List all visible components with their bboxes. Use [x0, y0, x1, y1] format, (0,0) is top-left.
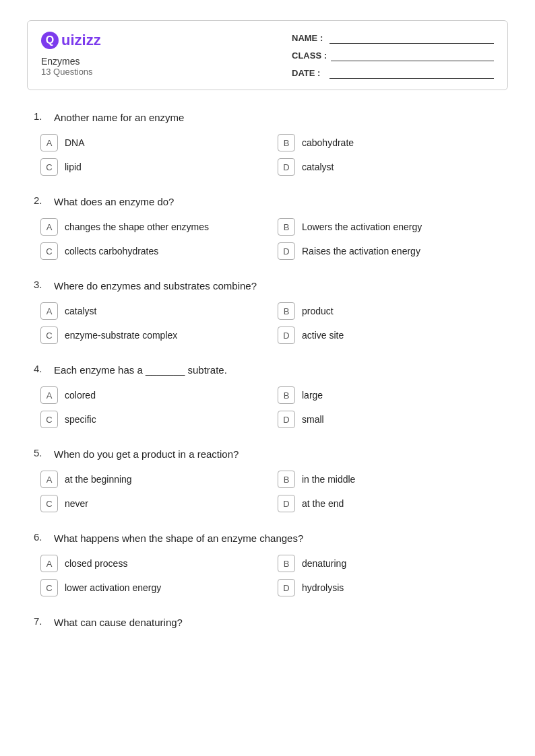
option-badge-2-b: B: [278, 218, 295, 236]
questions-container: 1.Another name for an enzymeADNABcabohyd…: [27, 110, 508, 629]
option-text-2-c: collects carbohydrates: [65, 245, 158, 257]
option-4-a[interactable]: Acolored: [40, 386, 264, 404]
option-text-1-d: catalyst: [302, 161, 334, 173]
question-number-5: 5.: [34, 447, 49, 458]
question-header-1: 1.Another name for an enzyme: [34, 110, 501, 125]
option-2-a[interactable]: Achanges the shape other enzymes: [40, 218, 264, 236]
question-text-6: What happens when the shape of an enzyme…: [54, 531, 303, 545]
option-2-d[interactable]: DRaises the activation energy: [278, 242, 501, 260]
question-text-7: What can cause denaturing?: [54, 615, 183, 629]
question-block-1: 1.Another name for an enzymeADNABcabohyd…: [34, 110, 501, 176]
question-block-4: 4.Each enzyme has a _______ subtrate.Aco…: [34, 363, 501, 428]
option-badge-1-a: A: [40, 134, 58, 151]
name-label: NAME :: [292, 33, 325, 43]
option-badge-3-b: B: [278, 302, 295, 320]
date-line: [329, 67, 494, 79]
question-block-7: 7.What can cause denaturing?: [34, 615, 501, 629]
option-6-a[interactable]: Aclosed process: [40, 555, 264, 572]
option-badge-5-a: A: [40, 471, 58, 488]
option-1-c[interactable]: Clipid: [40, 158, 264, 176]
option-badge-6-d: D: [278, 579, 295, 596]
header-left: Q uizizz Enzymes 13 Questions: [41, 32, 101, 77]
option-text-5-c: never: [65, 497, 88, 510]
option-badge-2-d: D: [278, 242, 295, 260]
option-text-6-a: closed process: [65, 557, 127, 570]
question-block-6: 6.What happens when the shape of an enzy…: [34, 531, 501, 596]
question-number-7: 7.: [34, 615, 49, 627]
option-3-b[interactable]: Bproduct: [278, 302, 501, 320]
question-text-3: Where do enzymes and substrates combine?: [54, 279, 257, 293]
question-header-6: 6.What happens when the shape of an enzy…: [34, 531, 501, 545]
option-text-6-c: lower activation energy: [65, 582, 161, 594]
question-block-2: 2.What does an enzyme do?Achanges the sh…: [34, 195, 501, 260]
name-field-row: NAME :: [292, 32, 494, 44]
page: Q uizizz Enzymes 13 Questions NAME : CLA…: [0, 0, 535, 756]
options-grid-1: ADNABcabohydrateClipidDcatalyst: [34, 134, 501, 176]
question-number-6: 6.: [34, 531, 49, 543]
name-line: [329, 32, 494, 44]
option-badge-4-b: B: [278, 386, 295, 404]
option-6-d[interactable]: Dhydrolysis: [278, 579, 501, 596]
question-text-1: Another name for an enzyme: [54, 110, 184, 125]
option-text-2-a: changes the shape other enzymes: [65, 221, 209, 233]
question-text-5: When do you get a product in a reaction?: [54, 447, 239, 461]
option-badge-6-c: C: [40, 579, 58, 596]
question-text-2: What does an enzyme do?: [54, 195, 174, 209]
option-badge-5-d: D: [278, 495, 295, 512]
class-label: CLASS :: [292, 50, 327, 61]
options-grid-2: Achanges the shape other enzymesBLowers …: [34, 218, 501, 260]
option-5-a[interactable]: Aat the beginning: [40, 471, 264, 488]
option-6-c[interactable]: Clower activation energy: [40, 579, 264, 596]
option-1-b[interactable]: Bcabohydrate: [278, 134, 501, 151]
option-text-4-b: large: [302, 389, 323, 401]
question-number-1: 1.: [34, 110, 49, 122]
option-text-5-d: at the end: [302, 497, 344, 510]
option-text-4-a: colored: [65, 389, 96, 401]
option-6-b[interactable]: Bdenaturing: [278, 555, 501, 572]
question-header-2: 2.What does an enzyme do?: [34, 195, 501, 209]
logo-q-icon: Q: [41, 32, 59, 49]
header-right: NAME : CLASS : DATE :: [292, 32, 494, 79]
option-badge-3-a: A: [40, 302, 58, 320]
option-text-2-d: Raises the activation energy: [302, 245, 420, 257]
question-header-7: 7.What can cause denaturing?: [34, 615, 501, 629]
option-text-4-d: small: [302, 413, 324, 425]
option-3-d[interactable]: Dactive site: [278, 327, 501, 344]
options-grid-6: Aclosed processBdenaturingClower activat…: [34, 555, 501, 596]
option-badge-4-c: C: [40, 411, 58, 428]
question-text-4: Each enzyme has a _______ subtrate.: [54, 363, 227, 377]
question-number-4: 4.: [34, 363, 49, 374]
option-3-c[interactable]: Cenzyme-substrate complex: [40, 327, 264, 344]
option-text-3-a: catalyst: [65, 305, 96, 317]
option-badge-6-b: B: [278, 555, 295, 572]
option-5-c[interactable]: Cnever: [40, 495, 264, 512]
option-2-b[interactable]: BLowers the activation energy: [278, 218, 501, 236]
option-1-d[interactable]: Dcatalyst: [278, 158, 501, 176]
class-field-row: CLASS :: [292, 49, 494, 61]
option-text-1-a: DNA: [65, 137, 85, 149]
option-text-5-b: in the middle: [302, 473, 355, 485]
option-5-d[interactable]: Dat the end: [278, 495, 501, 512]
option-badge-4-d: D: [278, 411, 295, 428]
option-text-3-c: enzyme-substrate complex: [65, 329, 177, 341]
question-header-3: 3.Where do enzymes and substrates combin…: [34, 279, 501, 293]
option-4-d[interactable]: Dsmall: [278, 411, 501, 428]
option-4-b[interactable]: Blarge: [278, 386, 501, 404]
option-badge-6-a: A: [40, 555, 58, 572]
option-4-c[interactable]: Cspecific: [40, 411, 264, 428]
option-1-a[interactable]: ADNA: [40, 134, 264, 151]
option-text-4-c: specific: [65, 413, 96, 425]
option-text-3-b: product: [302, 305, 334, 317]
option-3-a[interactable]: Acatalyst: [40, 302, 264, 320]
date-label: DATE :: [292, 68, 325, 78]
option-text-6-b: denaturing: [302, 557, 346, 570]
option-text-3-d: active site: [302, 329, 344, 341]
option-badge-3-d: D: [278, 327, 295, 344]
date-field-row: DATE :: [292, 67, 494, 79]
question-header-5: 5.When do you get a product in a reactio…: [34, 447, 501, 461]
option-5-b[interactable]: Bin the middle: [278, 471, 501, 488]
option-text-1-c: lipid: [65, 161, 82, 173]
subject-title: Enzymes: [41, 56, 101, 67]
option-badge-1-c: C: [40, 158, 58, 176]
option-2-c[interactable]: Ccollects carbohydrates: [40, 242, 264, 260]
